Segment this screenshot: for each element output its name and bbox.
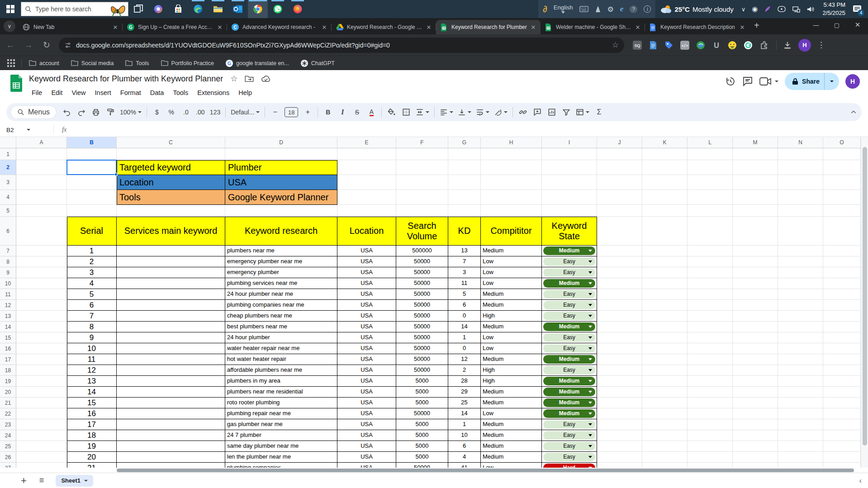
font-select[interactable]: Defaul...	[229, 106, 261, 118]
ie-icon[interactable]: e	[620, 5, 624, 14]
merge-cells-button[interactable]	[414, 106, 431, 118]
cell-A16[interactable]	[16, 343, 67, 354]
cell-J3[interactable]	[597, 175, 642, 190]
vertical-scrollbar-thumb[interactable]	[863, 147, 867, 445]
cell-K9[interactable]	[642, 267, 688, 278]
language-label[interactable]: English	[554, 5, 573, 10]
cell-F24[interactable]: 5000	[396, 430, 448, 441]
cell-F11[interactable]: 50000	[396, 289, 448, 300]
cell-B1[interactable]	[67, 148, 117, 160]
cell-A26[interactable]	[16, 452, 67, 463]
cell-N11[interactable]	[778, 289, 823, 300]
cell-L12[interactable]	[688, 300, 733, 311]
cell-L26[interactable]	[688, 452, 733, 463]
tab-close-icon[interactable]: ✕	[530, 24, 537, 31]
code-extension-icon[interactable]: </>	[680, 40, 690, 50]
insert-chart-button[interactable]	[545, 106, 558, 118]
column-header-N[interactable]: N	[778, 137, 823, 148]
cell-K4[interactable]	[642, 190, 688, 205]
notification-center[interactable]: 4	[850, 0, 868, 18]
cell-J26[interactable]	[597, 452, 642, 463]
cell-N18[interactable]	[778, 365, 823, 376]
cell-I27[interactable]: Hard	[542, 463, 597, 468]
column-header-B[interactable]: B	[67, 137, 117, 148]
paint-format-button[interactable]	[104, 106, 117, 118]
cell-N23[interactable]	[778, 419, 823, 430]
cell-J24[interactable]	[597, 430, 642, 441]
cell-F20[interactable]: 5000	[396, 387, 448, 398]
select-all-corner[interactable]	[0, 137, 16, 148]
row-header-23[interactable]: 23	[0, 419, 16, 430]
cell-O26[interactable]	[823, 452, 861, 463]
cell-M22[interactable]	[733, 408, 778, 419]
cell-L22[interactable]	[688, 408, 733, 419]
cell-C24[interactable]	[117, 430, 225, 441]
browser-tab[interactable]: Keyword Research - Google Dri✕	[332, 20, 436, 34]
cell-H16[interactable]: Low	[481, 343, 542, 354]
cell-C18[interactable]	[117, 365, 225, 376]
cell-M16[interactable]	[733, 343, 778, 354]
menu-view[interactable]: View	[68, 88, 89, 97]
cell-G3[interactable]	[448, 175, 481, 190]
cell-O18[interactable]	[823, 365, 861, 376]
cell-D8[interactable]: emergency plumber near me	[225, 256, 337, 267]
browser-tab[interactable]: CAdvanced Keyword research - ✕	[227, 20, 332, 34]
cell-K14[interactable]	[642, 322, 688, 332]
cell-L14[interactable]	[688, 322, 733, 332]
cell-F7[interactable]: 500000	[396, 246, 448, 256]
borders-button[interactable]	[400, 106, 413, 118]
start-button[interactable]	[0, 0, 21, 18]
column-header-I[interactable]: I	[542, 137, 597, 148]
cell-F10[interactable]: 50000	[396, 278, 448, 289]
column-header-K[interactable]: K	[642, 137, 688, 148]
language-bar[interactable]: ∂ English ⚙ e ? i	[538, 0, 655, 18]
cell-O4[interactable]	[823, 190, 861, 205]
cell-K6[interactable]	[642, 217, 688, 246]
cell-I23[interactable]: Easy	[542, 419, 597, 430]
cell-E9[interactable]: USA	[337, 267, 396, 278]
cell-N24[interactable]	[778, 430, 823, 441]
cell-D9[interactable]: emergency plumber	[225, 267, 337, 278]
cell-O15[interactable]	[823, 332, 861, 343]
cell-G12[interactable]: 6	[448, 300, 481, 311]
cell-J16[interactable]	[597, 343, 642, 354]
cell-E1[interactable]	[337, 148, 396, 160]
cell-H12[interactable]: Medium	[481, 300, 542, 311]
cell-G22[interactable]: 14	[448, 408, 481, 419]
cell-L11[interactable]	[688, 289, 733, 300]
cell-B9[interactable]: 3	[67, 267, 117, 278]
cell-F16[interactable]: 50000	[396, 343, 448, 354]
cell-G18[interactable]: 2	[448, 365, 481, 376]
cell-F9[interactable]: 50000	[396, 267, 448, 278]
cell-K10[interactable]	[642, 278, 688, 289]
cell-G7[interactable]: 13	[448, 246, 481, 256]
forward-button[interactable]: →	[21, 38, 36, 53]
keyword-state-dropdown[interactable]: Easy	[543, 312, 595, 320]
cell-G10[interactable]: 11	[448, 278, 481, 289]
cell-G27[interactable]: 41	[448, 463, 481, 468]
more-formats-button[interactable]: 123	[209, 106, 222, 118]
cell-M25[interactable]	[733, 441, 778, 452]
idm-extension-icon[interactable]	[696, 40, 706, 50]
move-to-folder-icon[interactable]	[245, 75, 254, 82]
cell-D17[interactable]: hot water heater repair	[225, 354, 337, 365]
cell-I20[interactable]: Medium	[542, 387, 597, 398]
keyword-state-dropdown[interactable]: Easy	[543, 257, 595, 266]
tab-close-icon[interactable]: ✕	[425, 24, 432, 31]
cell-E16[interactable]: USA	[337, 343, 396, 354]
cell-O3[interactable]	[823, 175, 861, 190]
row-header-4[interactable]: 4	[0, 190, 16, 205]
keyword-state-dropdown[interactable]: Medium	[543, 355, 595, 364]
cell-C21[interactable]	[117, 398, 225, 408]
cell-A21[interactable]	[16, 398, 67, 408]
cell-B13[interactable]: 7	[67, 311, 117, 322]
cell-A18[interactable]	[16, 365, 67, 376]
row-header-22[interactable]: 22	[0, 408, 16, 419]
cell-M10[interactable]	[733, 278, 778, 289]
cell-M4[interactable]	[733, 190, 778, 205]
tab-close-icon[interactable]: ✕	[112, 24, 119, 31]
cell-J23[interactable]	[597, 419, 642, 430]
insert-link-button[interactable]	[517, 106, 529, 118]
cell-J15[interactable]	[597, 332, 642, 343]
u-extension-icon[interactable]: U	[711, 40, 721, 50]
